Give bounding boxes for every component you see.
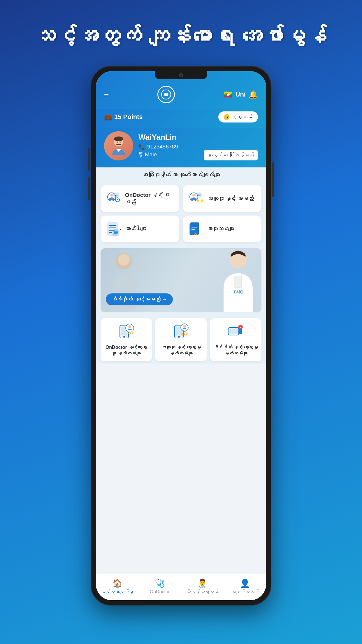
section-title: အသုံးပြုနိုင်သော လုပ်ဆောင်ချက်များ — [96, 167, 266, 182]
medic-icon: 👨‍⚕️ — [197, 578, 208, 588]
banner-card: BMC ဝိဒိဒိုဃ် နှင့်မေးမည် → — [101, 248, 261, 312]
svg-text:⭐⭐⭐: ⭐⭐⭐ — [196, 198, 204, 202]
svg-rect-38 — [235, 276, 242, 288]
gender-icon: ⚧ — [138, 151, 143, 158]
phone-specialist-icon: SPEC ★★★ — [172, 323, 190, 342]
bottom-services: ★★★ OnDoctor နှင့်ဆွေးနွေးမှု မှတ်တမ်းမျ… — [96, 315, 266, 364]
nav-nurse-label: သီးသန့်ဆရာဝန် — [186, 589, 219, 594]
edit-profile-button[interactable]: ကူပွန်ကဒ် ဖြည့်မည် — [204, 150, 258, 160]
person-icon: 👤 — [240, 578, 250, 588]
nav-home-label: ပင်မစာမျက်နှာ — [101, 589, 133, 594]
nav-on-doctor-label: OnDoctor — [150, 589, 170, 594]
menu-icon[interactable]: ≡ — [104, 90, 109, 99]
svg-point-43 — [123, 336, 125, 338]
banner-cta-button[interactable]: ဝိဒိဒိုဃ် နှင့်မေးမည် → — [106, 293, 173, 305]
nav-on-doctor[interactable]: 🩺 OnDoctor — [138, 578, 181, 594]
svg-rect-26 — [113, 230, 119, 236]
service-specialist[interactable]: ABC ⭐⭐⭐ အထူးကု နှင့် မေးမည် — [183, 185, 261, 212]
nav-nurse[interactable]: 👨‍⚕️ သီးသန့်ဆရာဝန် — [181, 578, 224, 594]
bottom-video[interactable]: ● ဝိဒိဒိုဃ် နှင့် ဆွေးနွေးမှု မှတ်တမ်းမျ… — [210, 318, 261, 361]
user-phone: 📞 9123456789 — [138, 144, 198, 150]
user-info: WaiYanLin 📞 9123456789 ⚧ Male — [138, 133, 198, 159]
video-history-label: ဝိဒိဒိုဃ် နှင့် ဆွေးနွေးမှု မှတ်တမ်းများ — [213, 344, 259, 357]
svg-point-50 — [178, 336, 180, 338]
points-bar: 💼 15 Points 🪙 ငွေငှားယမ်း — [96, 109, 266, 128]
svg-point-3 — [117, 141, 118, 143]
specialist-chat-icon: ABC ⭐⭐⭐ — [187, 190, 204, 207]
user-section: WaiYanLin 📞 9123456789 ⚧ Male ကူပွန်ကဒ် … — [96, 128, 266, 167]
books-icon — [187, 221, 204, 237]
nav-profile-label: အချက်အလက် — [231, 589, 259, 594]
side-button-power — [272, 162, 274, 197]
svg-point-6 — [110, 194, 113, 197]
flag-icon: 🇲🇲 — [224, 90, 233, 99]
app-logo — [157, 86, 175, 103]
notification-icon[interactable]: 🔔 — [249, 90, 258, 99]
bottom-specialist[interactable]: SPEC ★★★ အထူးကု နှင့် ဆွေးနွေးမှု မှတ်တမ… — [155, 318, 207, 361]
points-display: 💼 15 Points — [104, 113, 143, 121]
nav-profile[interactable]: 👤 အချက်အလက် — [224, 578, 266, 594]
articles-label: ဆောင်းပါးများ — [125, 225, 146, 233]
svg-point-36 — [118, 254, 130, 266]
svg-point-52 — [183, 325, 186, 328]
phone-screen: ≡ 🇲🇲 Uni 🔔 💼 15 Points 🪙 ငွေငှား — [96, 71, 266, 600]
phone-icon: 📞 — [138, 144, 145, 150]
specialist-history-label: အထူးကု နှင့် ဆွေးနွေးမှု မှတ်တမ်းများ — [158, 344, 204, 357]
svg-point-8 — [115, 195, 115, 196]
svg-point-9 — [116, 195, 117, 196]
service-on-doctor[interactable]: OnDoctor နှင့် မေးမည် — [101, 185, 179, 212]
nav-home[interactable]: 🏠 ပင်မစာမျက်နှာ — [96, 578, 138, 594]
points-value: 15 Points — [114, 113, 143, 121]
svg-text:BMC: BMC — [234, 290, 243, 294]
banner-section: BMC ဝိဒိဒိုဃ် နှင့်မေးမည် → — [96, 245, 266, 315]
svg-rect-31 — [190, 223, 198, 235]
video-doctor-icon: ● — [226, 323, 245, 342]
front-camera — [179, 73, 183, 77]
phone-mockup: ≡ 🇲🇲 Uni 🔔 💼 15 Points 🪙 ငွေငှား — [91, 66, 271, 606]
services-grid: OnDoctor နှင့် မေးမည် ABC ⭐⭐⭐ အထူးကု နှင… — [96, 182, 266, 245]
specialist-label: အထူးကု နှင့် မေးမည် — [207, 195, 254, 202]
side-button-vol-up — [88, 148, 90, 171]
redeem-label: ငွေငှားယမ်း — [232, 114, 253, 120]
phone-notch — [155, 71, 207, 79]
redeem-button[interactable]: 🪙 ငွေငှားယမ်း — [218, 111, 258, 123]
coin-icon: 🪙 — [224, 114, 230, 120]
service-articles[interactable]: ဆောင်းပါးများ — [101, 216, 179, 242]
home-icon: 🏠 — [112, 578, 122, 588]
avatar — [104, 131, 133, 160]
service-books[interactable]: စာပုသုတများ — [183, 216, 261, 242]
svg-text:SPEC: SPEC — [182, 329, 187, 331]
bottom-nav: 🏠 ပင်မစာမျက်နှာ 🩺 OnDoctor 👨‍⚕️ သီးသန့်ဆ… — [96, 574, 266, 600]
svg-rect-57 — [229, 329, 238, 334]
page-headline: သင့်အတွက် ကျန်းမာရေး အဖော်မွန် — [34, 23, 328, 48]
header-right: 🇲🇲 Uni 🔔 — [224, 90, 258, 99]
svg-point-2 — [114, 136, 123, 141]
svg-point-4 — [120, 141, 121, 143]
on-doctor-history-label: OnDoctor နှင့်ဆွေးနွေးမှု မှတ်တမ်းများ — [103, 344, 149, 357]
svg-text:●: ● — [240, 326, 241, 329]
svg-text:★★★: ★★★ — [182, 333, 188, 335]
side-button-vol-down — [88, 177, 90, 200]
on-doctor-label: OnDoctor နှင့် မေးမည် — [125, 192, 175, 206]
wallet-icon: 💼 — [104, 113, 112, 121]
user-gender: ⚧ Male — [138, 151, 198, 158]
user-name: WaiYanLin — [138, 133, 198, 142]
articles-icon — [105, 221, 122, 237]
doctor-chat-icon — [105, 190, 122, 207]
language-label[interactable]: Uni — [236, 91, 246, 98]
books-label: စာပုသုတများ — [207, 225, 234, 233]
bottom-on-doctor[interactable]: ★★★ OnDoctor နှင့်ဆွေးနွေးမှု မှတ်တမ်းမျ… — [101, 318, 152, 361]
svg-point-45 — [128, 325, 131, 328]
svg-point-10 — [117, 195, 118, 196]
stethoscope-icon: 🩺 — [155, 578, 165, 588]
svg-text:ABC: ABC — [196, 194, 202, 197]
phone-doctor-icon: ★★★ — [117, 323, 136, 342]
svg-point-16 — [192, 194, 195, 197]
svg-text:★★★: ★★★ — [127, 332, 133, 335]
